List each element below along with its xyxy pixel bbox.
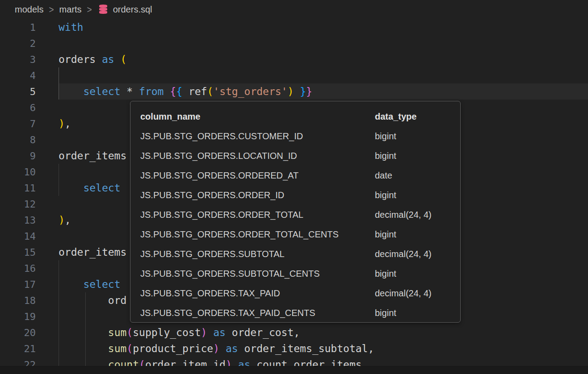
column-name-cell: JS.PUB.STG_ORDERS.ORDER_ID bbox=[140, 190, 375, 200]
column-name-cell: JS.PUB.STG_ORDERS.SUBTOTAL bbox=[140, 249, 375, 259]
line-number: 14 bbox=[0, 231, 36, 242]
chevron-right-icon: > bbox=[87, 4, 92, 15]
line-number: 1 bbox=[0, 22, 36, 33]
column-name-header: column_name bbox=[140, 112, 375, 122]
indent-guide bbox=[59, 260, 59, 366]
line-number: 17 bbox=[0, 279, 36, 290]
code-text: count(order_item_id) as count_order_item… bbox=[59, 357, 362, 366]
line-number: 11 bbox=[0, 183, 36, 194]
line-number: 13 bbox=[0, 215, 36, 226]
column-name-cell: JS.PUB.STG_ORDERS.ORDER_TOTAL_CENTS bbox=[140, 229, 375, 240]
data-type-header: data_type bbox=[375, 112, 416, 122]
line-number: 21 bbox=[0, 343, 36, 354]
editor: models > marts > orders.sql 1with23order… bbox=[0, 0, 588, 366]
code-line[interactable]: 22 count(order_item_id) as count_order_i… bbox=[0, 357, 588, 366]
data-type-cell: decimal(24, 4) bbox=[375, 249, 432, 259]
column-name-cell: JS.PUB.STG_ORDERS.SUBTOTAL_CENTS bbox=[140, 269, 375, 279]
code-line[interactable]: 21 sum(product_price) as order_items_sub… bbox=[0, 341, 588, 357]
line-number: 7 bbox=[0, 118, 36, 129]
line-number: 18 bbox=[0, 295, 36, 306]
line-number: 8 bbox=[0, 134, 36, 145]
line-number: 3 bbox=[0, 54, 36, 65]
code-line[interactable]: 4 bbox=[0, 67, 588, 83]
line-number: 6 bbox=[0, 102, 36, 113]
popup-row: JS.PUB.STG_ORDERS.ORDER_IDbigint bbox=[130, 185, 460, 205]
breadcrumb: models > marts > orders.sql bbox=[0, 0, 588, 19]
data-type-cell: bigint bbox=[375, 269, 396, 279]
line-number: 22 bbox=[0, 359, 36, 366]
line-number: 5 bbox=[0, 86, 36, 97]
code-text: ), bbox=[59, 116, 71, 132]
code-line[interactable]: 2 bbox=[0, 35, 588, 51]
data-type-cell: decimal(24, 4) bbox=[375, 210, 432, 220]
code-line[interactable]: 20 sum(supply_cost) as order_cost, bbox=[0, 324, 588, 341]
line-number: 20 bbox=[0, 327, 36, 338]
data-type-cell: decimal(24, 4) bbox=[375, 288, 432, 299]
line-number: 9 bbox=[0, 150, 36, 162]
column-name-cell: JS.PUB.STG_ORDERS.ORDERED_AT bbox=[140, 170, 375, 181]
line-number: 15 bbox=[0, 247, 36, 258]
column-name-cell: JS.PUB.STG_ORDERS.TAX_PAID bbox=[140, 288, 375, 299]
code-line[interactable]: 5 select * from {{ ref('stg_orders') }} bbox=[0, 83, 588, 100]
bracket-guide bbox=[59, 67, 59, 100]
data-type-cell: bigint bbox=[375, 190, 396, 200]
code-text: select bbox=[59, 180, 120, 196]
code-line[interactable]: 1with bbox=[0, 19, 588, 35]
breadcrumb-item-marts[interactable]: marts bbox=[59, 4, 82, 15]
popup-row: JS.PUB.STG_ORDERS.ORDER_TOTAL_CENTSbigin… bbox=[130, 224, 460, 244]
data-type-cell: bigint bbox=[375, 151, 396, 161]
popup-row: JS.PUB.STG_ORDERS.TAX_PAIDdecimal(24, 4) bbox=[130, 283, 460, 303]
breadcrumb-item-models[interactable]: models bbox=[15, 4, 43, 15]
code-text: ord bbox=[59, 292, 126, 308]
column-name-cell: JS.PUB.STG_ORDERS.TAX_PAID_CENTS bbox=[140, 308, 375, 318]
column-name-cell: JS.PUB.STG_ORDERS.ORDER_TOTAL bbox=[140, 210, 375, 220]
code-text: orders as ( bbox=[59, 51, 126, 67]
popup-row: JS.PUB.STG_ORDERS.TAX_PAID_CENTSbigint bbox=[130, 303, 460, 323]
popup-row: JS.PUB.STG_ORDERS.SUBTOTALdecimal(24, 4) bbox=[130, 244, 460, 264]
database-icon bbox=[97, 4, 109, 16]
popup-row: JS.PUB.STG_ORDERS.CUSTOMER_IDbigint bbox=[130, 126, 460, 146]
line-number: 12 bbox=[0, 199, 36, 210]
data-type-cell: bigint bbox=[375, 308, 396, 318]
breadcrumb-item-file[interactable]: orders.sql bbox=[97, 4, 152, 16]
line-number: 19 bbox=[0, 311, 36, 322]
data-type-cell: bigint bbox=[375, 229, 396, 240]
data-type-cell: bigint bbox=[375, 131, 396, 141]
line-number: 16 bbox=[0, 263, 36, 274]
chevron-right-icon: > bbox=[49, 4, 54, 15]
line-number: 4 bbox=[0, 70, 36, 81]
code-text: order_items bbox=[59, 244, 126, 260]
popup-row: JS.PUB.STG_ORDERS.LOCATION_IDbigint bbox=[130, 146, 460, 166]
indent-guide bbox=[59, 164, 59, 196]
popup-row: JS.PUB.STG_ORDERS.SUBTOTAL_CENTSbigint bbox=[130, 264, 460, 283]
code-text: ), bbox=[59, 212, 71, 228]
data-type-cell: date bbox=[375, 170, 392, 181]
code-text: with bbox=[59, 19, 83, 35]
popup-row: JS.PUB.STG_ORDERS.ORDERED_ATdate bbox=[130, 166, 460, 185]
line-number: 10 bbox=[0, 166, 36, 178]
code-text: sum(supply_cost) as order_cost, bbox=[59, 324, 300, 341]
code-text: select bbox=[59, 276, 120, 292]
column-name-cell: JS.PUB.STG_ORDERS.LOCATION_ID bbox=[140, 151, 375, 161]
code-line[interactable]: 3orders as ( bbox=[0, 51, 588, 67]
indent-guide bbox=[85, 292, 86, 366]
column-metadata-popup: column_name data_type JS.PUB.STG_ORDERS.… bbox=[130, 101, 461, 323]
popup-header-row: column_name data_type bbox=[130, 107, 460, 126]
column-name-cell: JS.PUB.STG_ORDERS.CUSTOMER_ID bbox=[140, 131, 375, 141]
breadcrumb-file-label: orders.sql bbox=[113, 4, 152, 15]
panel-divider bbox=[0, 366, 588, 374]
popup-row: JS.PUB.STG_ORDERS.ORDER_TOTALdecimal(24,… bbox=[130, 205, 460, 224]
line-number: 2 bbox=[0, 38, 36, 49]
code-text: sum(product_price) as order_items_subtot… bbox=[59, 341, 374, 357]
code-text: select * from {{ ref('stg_orders') }} bbox=[59, 83, 312, 100]
code-text: order_items bbox=[59, 148, 126, 164]
